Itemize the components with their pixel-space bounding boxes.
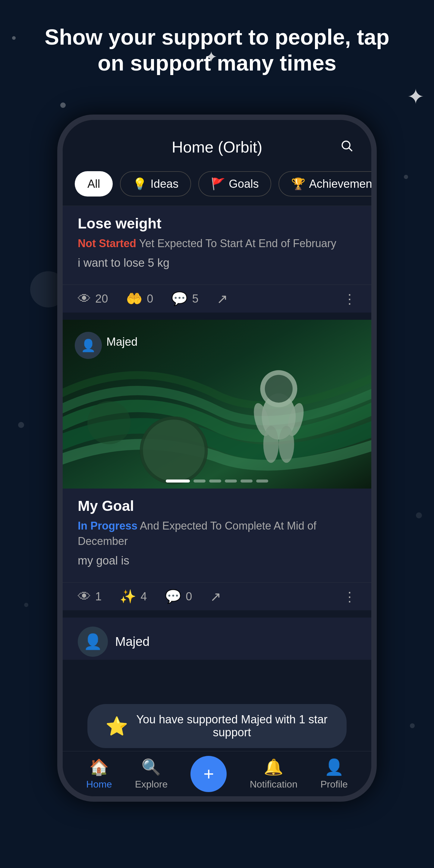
card1-more-btn[interactable]: ⋮ (343, 291, 356, 307)
goals-icon: 🚩 (211, 177, 225, 190)
share-icon: ↗ (217, 291, 228, 307)
toast-star-icon: ⭐ (105, 715, 128, 737)
card2-status: In Progress And Expected To Complete At … (78, 518, 356, 549)
card1-comment-btn[interactable]: 💬 5 (171, 291, 198, 307)
card2-title: My Goal (78, 498, 356, 514)
nav-profile[interactable]: 👤 Profile (320, 758, 348, 790)
tab-ideas[interactable]: 💡 Ideas (120, 171, 191, 196)
card-my-goal: 👤 Majed My Goal (63, 320, 371, 610)
support-icon: 🤲 (126, 291, 143, 307)
eye-icon: 👁 (78, 291, 91, 306)
card2-more-btn[interactable]: ⋮ (343, 589, 356, 604)
nav-add-button[interactable]: + (190, 756, 227, 792)
filter-tabs-bar: All 💡 Ideas 🚩 Goals 🏆 Achievements (63, 165, 371, 206)
nav-explore[interactable]: 🔍 Explore (135, 758, 168, 790)
eye-icon-2: 👁 (78, 589, 91, 604)
nav-explore-label: Explore (135, 779, 168, 790)
dot-4 (225, 479, 237, 483)
card1-status-label: Not Started (78, 237, 136, 250)
card2-comment-count: 0 (186, 590, 192, 603)
tab-ideas-label: Ideas (150, 178, 179, 190)
nav-home[interactable]: 🏠 Home (86, 758, 112, 790)
card3-header: 👤 Majed (63, 618, 371, 660)
toast-notification: ⭐ You have supported Majed with 1 star s… (87, 704, 347, 748)
profile-icon: 👤 (324, 758, 344, 776)
card-lose-weight-body: Lose weight Not Started Yet Expected To … (63, 206, 371, 284)
search-button[interactable] (340, 139, 353, 155)
nav-notification[interactable]: 🔔 Notification (250, 758, 298, 790)
card2-body: My Goal In Progress And Expected To Comp… (63, 489, 371, 582)
card2-support-btn[interactable]: ✨ 4 (120, 589, 147, 604)
card1-actions: 👁 20 🤲 0 💬 5 ↗ ⋮ (63, 284, 371, 313)
card2-views: 👁 1 (78, 589, 101, 604)
card2-view-count: 1 (95, 590, 101, 603)
card2-actions: 👁 1 ✨ 4 💬 0 ↗ ⋮ (63, 582, 371, 610)
card1-share-btn[interactable]: ↗ (217, 291, 228, 307)
card2-share-btn[interactable]: ↗ (210, 589, 221, 604)
page-headline: Show your support to people, tap on supp… (0, 24, 434, 76)
tab-achievements[interactable]: 🏆 Achievements (278, 171, 371, 196)
tab-achievements-label: Achievements (309, 178, 371, 190)
card2-desc: my goal is (78, 554, 356, 567)
tab-all[interactable]: All (75, 171, 113, 196)
toast-text: You have supported Majed with 1 star sup… (135, 713, 329, 739)
svg-point-5 (143, 420, 205, 482)
svg-line-1 (349, 148, 352, 151)
comment-icon: 💬 (171, 291, 188, 307)
svg-point-12 (264, 426, 279, 463)
nav-notification-label: Notification (250, 779, 298, 790)
card3-author-avatar: 👤 (78, 627, 108, 657)
svg-point-13 (279, 426, 294, 463)
card-partial: 👤 Majed (63, 618, 371, 660)
svg-point-0 (342, 141, 350, 149)
explore-icon: 🔍 (141, 758, 161, 776)
dot-3 (209, 479, 221, 483)
card2-status-label: In Progress (78, 520, 137, 532)
comment-icon-2: 💬 (165, 589, 181, 604)
image-dots (166, 479, 268, 483)
card1-status: Not Started Yet Expected To Start At End… (78, 236, 356, 251)
svg-point-6 (87, 401, 130, 444)
nav-home-label: Home (86, 779, 112, 790)
phone-screen: Home (Orbit) All 💡 Ideas 🚩 Goals (63, 120, 371, 796)
card1-support-count: 0 (147, 292, 153, 305)
dot-2 (193, 479, 206, 483)
card1-desc: i want to lose 5 kg (78, 256, 356, 270)
svg-point-9 (265, 375, 293, 403)
card2-author-name: Majed (106, 336, 138, 348)
nav-profile-label: Profile (320, 779, 348, 790)
card2-author-avatar: 👤 (75, 332, 102, 359)
card1-comment-count: 5 (192, 292, 198, 305)
dot-5 (241, 479, 253, 483)
card2-image: 👤 Majed (63, 320, 371, 489)
support-icon-2: ✨ (120, 589, 136, 604)
share-icon-2: ↗ (210, 589, 221, 604)
card2-support-count: 4 (141, 590, 147, 603)
notification-icon: 🔔 (264, 758, 283, 776)
card2-comment-btn[interactable]: 💬 0 (165, 589, 192, 604)
tab-goals-label: Goals (229, 178, 258, 190)
card1-view-count: 20 (95, 292, 108, 305)
dot-1 (166, 479, 190, 483)
home-icon: 🏠 (89, 758, 109, 776)
headline-text: Show your support to people, tap on supp… (44, 25, 390, 75)
add-icon: + (204, 764, 214, 784)
card1-views: 👁 20 (78, 291, 108, 306)
card3-author-name: Majed (115, 634, 150, 649)
bottom-nav: 🏠 Home 🔍 Explore + 🔔 Notification 👤 Prof… (63, 751, 371, 796)
app-title: Home (Orbit) (172, 138, 262, 156)
dot-6 (256, 479, 268, 483)
ideas-icon: 💡 (133, 177, 147, 190)
achievements-icon: 🏆 (291, 177, 305, 190)
tab-all-label: All (87, 178, 100, 190)
tab-goals[interactable]: 🚩 Goals (198, 171, 271, 196)
card1-status-text: Yet Expected To Start At End of February (139, 237, 336, 250)
card1-title: Lose weight (78, 215, 356, 232)
app-header: Home (Orbit) (63, 120, 371, 165)
card-lose-weight: Lose weight Not Started Yet Expected To … (63, 206, 371, 313)
phone-frame: Home (Orbit) All 💡 Ideas 🚩 Goals (57, 115, 377, 802)
card1-support-btn[interactable]: 🤲 0 (126, 291, 153, 307)
astronaut-scene: 👤 Majed (63, 320, 371, 489)
